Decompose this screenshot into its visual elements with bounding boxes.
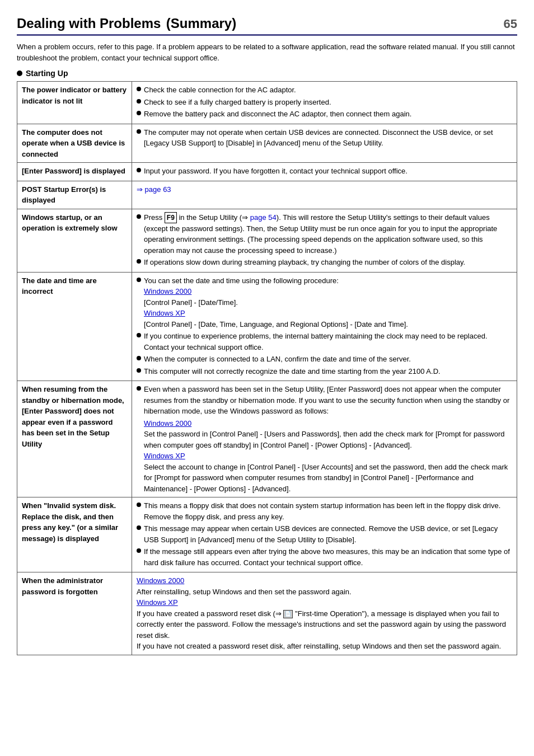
windows2000-link3[interactable]: Windows 2000 bbox=[137, 576, 184, 585]
solution-cell: This means a floppy disk that does not c… bbox=[132, 497, 517, 572]
bullet-item: The computer may not operate when certai… bbox=[137, 127, 512, 149]
problem-label: POST Startup Error(s) is displayed bbox=[17, 181, 132, 209]
bullet-item: Remove the battery pack and disconnect t… bbox=[137, 109, 512, 120]
bullet-text: When the computer is connected to a LAN,… bbox=[144, 354, 512, 365]
table-row: Windows startup, or an operation is extr… bbox=[17, 209, 517, 272]
problem-label: The date and time are incorrect bbox=[17, 272, 132, 381]
bullet-item: If you continue to experience problems, … bbox=[137, 331, 512, 353]
bullet-text: Check to see if a fully charged battery … bbox=[144, 97, 512, 108]
bullet-dot bbox=[137, 87, 141, 91]
page-number: 65 bbox=[504, 11, 517, 31]
solution-cell: Press F9 in the Setup Utility (⇒ page 54… bbox=[132, 209, 517, 272]
page-header: Dealing with Problems (Summary) 65 bbox=[17, 11, 517, 36]
table-row: When "Invalid system disk. Replace the d… bbox=[17, 497, 517, 572]
problem-label: The power indicator or battery indicator… bbox=[17, 82, 132, 124]
solution-cell: Even when a password has been set in the… bbox=[132, 381, 517, 497]
bullet-item: Press F9 in the Setup Utility (⇒ page 54… bbox=[137, 212, 512, 256]
bullet-text: If operations slow down during streaming… bbox=[144, 257, 512, 268]
bullet-item: If operations slow down during streaming… bbox=[137, 257, 512, 268]
bullet-dot bbox=[137, 99, 141, 104]
problems-table: The power indicator or battery indicator… bbox=[17, 81, 517, 655]
bullet-text: Even when a password has been set in the… bbox=[144, 384, 512, 417]
solution-cell: You can set the date and time using the … bbox=[132, 272, 517, 381]
bullet-item: Check to see if a fully charged battery … bbox=[137, 97, 512, 108]
windows2000-link[interactable]: Windows 2000 bbox=[144, 287, 191, 295]
indented-section: Windows 2000 Set the password in [Contro… bbox=[137, 418, 512, 495]
bullet-dot bbox=[137, 214, 141, 219]
manual-icon: 📄 bbox=[283, 610, 293, 619]
problem-label: When the administrator password is forgo… bbox=[17, 572, 132, 655]
solution-cell: Input your password. If you have forgott… bbox=[132, 163, 517, 181]
arrow-ref: ⇒ page 63 bbox=[137, 185, 171, 194]
table-row: [Enter Password] is displayed Input your… bbox=[17, 163, 517, 181]
bullet-text: You can set the date and time using the … bbox=[144, 275, 512, 330]
bullet-dot bbox=[137, 525, 141, 530]
bullet-text: Remove the battery pack and disconnect t… bbox=[144, 109, 512, 120]
bullet-dot bbox=[137, 503, 141, 507]
bullet-dot bbox=[137, 168, 141, 172]
bullet-dot bbox=[137, 386, 141, 391]
bullet-dot bbox=[137, 259, 141, 264]
problem-label: Windows startup, or an operation is extr… bbox=[17, 209, 132, 272]
bullet-item: When the computer is connected to a LAN,… bbox=[137, 354, 512, 365]
windows2000-link2[interactable]: Windows 2000 bbox=[144, 419, 191, 428]
table-row: The computer does not operate when a USB… bbox=[17, 124, 517, 163]
bullet-dot bbox=[137, 368, 141, 373]
bullet-dot bbox=[137, 356, 141, 360]
section-heading: Starting Up bbox=[17, 69, 517, 78]
bullet-dot bbox=[137, 111, 141, 115]
bullet-item: You can set the date and time using the … bbox=[137, 275, 512, 330]
solution-cell: The computer may not operate when certai… bbox=[132, 124, 517, 163]
windowsxp-link2[interactable]: Windows XP bbox=[144, 452, 185, 460]
bullet-text: Press F9 in the Setup Utility (⇒ page 54… bbox=[144, 212, 512, 256]
bullet-text: This message may appear when certain USB… bbox=[144, 523, 512, 545]
bullet-dot bbox=[137, 129, 141, 134]
bullet-text: This computer will not correctly recogni… bbox=[144, 366, 512, 377]
section-bullet bbox=[17, 71, 22, 76]
bullet-item: This message may appear when certain USB… bbox=[137, 523, 512, 545]
bullet-text: This means a floppy disk that does not c… bbox=[144, 500, 512, 522]
table-row: When the administrator password is forgo… bbox=[17, 572, 517, 655]
bullet-item: Check the cable connection for the AC ad… bbox=[137, 84, 512, 96]
bullet-text: The computer may not operate when certai… bbox=[144, 127, 512, 149]
bullet-item: If the message still appears even after … bbox=[137, 546, 512, 568]
solution-cell: Check the cable connection for the AC ad… bbox=[132, 82, 517, 124]
bullet-item: Even when a password has been set in the… bbox=[137, 384, 512, 417]
bullet-item: This means a floppy disk that does not c… bbox=[137, 500, 512, 522]
table-row: When resuming from the standby or hibern… bbox=[17, 381, 517, 497]
windowsxp-link[interactable]: Windows XP bbox=[144, 309, 185, 317]
table-row: The power indicator or battery indicator… bbox=[17, 82, 517, 124]
windowsxp-link3[interactable]: Windows XP bbox=[137, 598, 178, 607]
problem-label: When "Invalid system disk. Replace the d… bbox=[17, 497, 132, 572]
problem-label: [Enter Password] is displayed bbox=[17, 163, 132, 181]
bullet-dot bbox=[137, 548, 141, 553]
bullet-dot bbox=[137, 333, 141, 337]
page-ref: page 54 bbox=[250, 213, 277, 222]
bullet-text: If you continue to experience problems, … bbox=[144, 331, 512, 353]
table-row: POST Startup Error(s) is displayed ⇒ pag… bbox=[17, 181, 517, 209]
problem-label: When resuming from the standby or hibern… bbox=[17, 381, 132, 497]
bullet-text: Check the cable connection for the AC ad… bbox=[144, 84, 512, 96]
solution-cell: Windows 2000 After reinstalling, setup W… bbox=[132, 572, 517, 655]
bullet-text: Input your password. If you have forgott… bbox=[144, 166, 512, 177]
intro-text: When a problem occurs, refer to this pag… bbox=[17, 41, 517, 63]
problem-label: The computer does not operate when a USB… bbox=[17, 124, 132, 163]
bullet-item: Input your password. If you have forgott… bbox=[137, 166, 512, 177]
solution-cell: ⇒ page 63 bbox=[132, 181, 517, 209]
key-f9: F9 bbox=[165, 212, 177, 223]
bullet-dot bbox=[137, 278, 141, 282]
bullet-text: If the message still appears even after … bbox=[144, 546, 512, 568]
table-row: The date and time are incorrect You can … bbox=[17, 272, 517, 381]
bullet-item: This computer will not correctly recogni… bbox=[137, 366, 512, 377]
page-title: Dealing with Problems (Summary) bbox=[17, 11, 236, 32]
section-heading-label: Starting Up bbox=[26, 69, 68, 78]
